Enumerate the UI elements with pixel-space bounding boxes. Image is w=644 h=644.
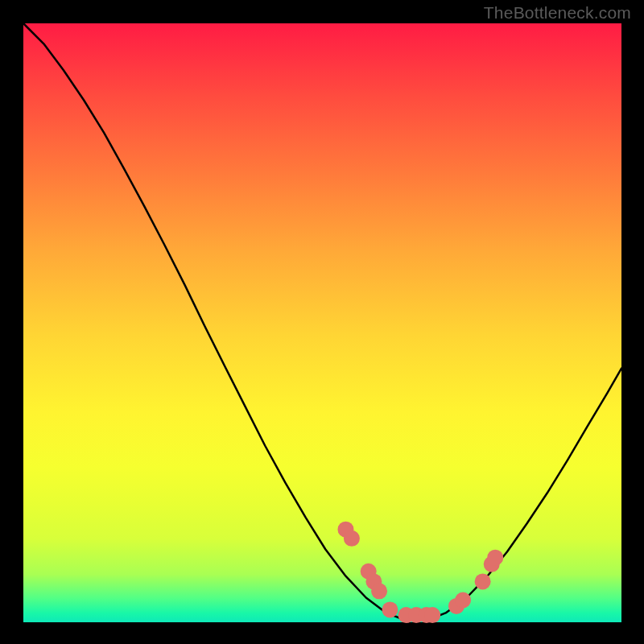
data-marker xyxy=(487,550,503,566)
chart-frame: TheBottleneck.com xyxy=(0,0,644,644)
data-marker xyxy=(475,573,491,589)
data-marker xyxy=(424,607,440,623)
attribution-label: TheBottleneck.com xyxy=(484,3,631,23)
marker-layer xyxy=(337,522,503,623)
data-marker xyxy=(382,601,398,617)
data-marker xyxy=(455,592,471,608)
chart-svg xyxy=(23,23,621,622)
curve-layer xyxy=(23,23,621,621)
data-marker xyxy=(371,583,387,599)
data-marker xyxy=(344,530,360,547)
bottleneck-curve xyxy=(23,23,621,621)
